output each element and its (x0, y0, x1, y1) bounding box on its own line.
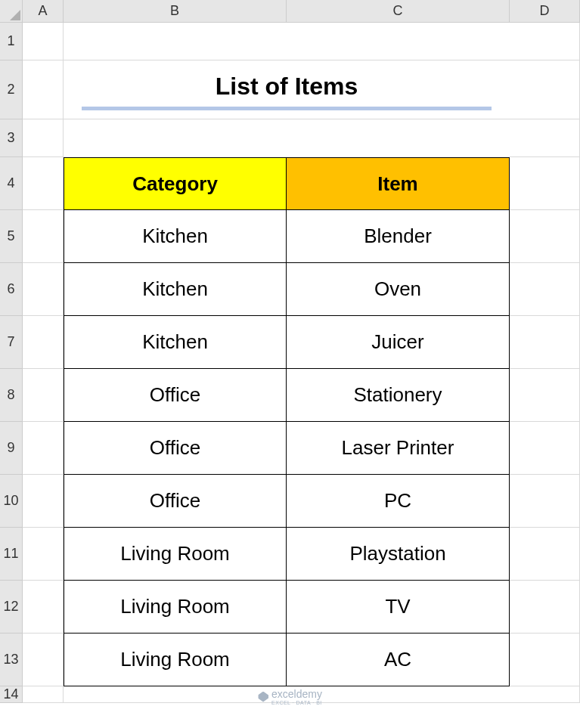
row-header-9[interactable]: 9 (0, 422, 23, 475)
cell-a10[interactable] (23, 475, 64, 528)
cell-d5[interactable] (510, 210, 580, 263)
cell-c13[interactable]: AC (287, 634, 510, 686)
cell-a12[interactable] (23, 581, 64, 634)
select-all-corner[interactable] (0, 0, 23, 23)
cell-a1[interactable] (23, 23, 64, 60)
cell-c3[interactable] (287, 119, 510, 157)
cell-b11[interactable]: Living Room (64, 528, 287, 581)
cell-d6[interactable] (510, 263, 580, 316)
row-header-1[interactable]: 1 (0, 23, 23, 60)
table-header-category[interactable]: Category (64, 157, 287, 210)
cell-c11[interactable]: Playstation (287, 528, 510, 581)
cell-c10[interactable]: PC (287, 475, 510, 528)
row-header-2[interactable]: 2 (0, 60, 23, 119)
cell-b5[interactable]: Kitchen (64, 210, 287, 263)
cell-d8[interactable] (510, 369, 580, 422)
cell-a6[interactable] (23, 263, 64, 316)
cell-d7[interactable] (510, 316, 580, 369)
cell-d12[interactable] (510, 581, 580, 634)
row-header-13[interactable]: 13 (0, 634, 23, 686)
cell-d9[interactable] (510, 422, 580, 475)
row-header-8[interactable]: 8 (0, 369, 23, 422)
cell-a7[interactable] (23, 316, 64, 369)
cell-a3[interactable] (23, 119, 64, 157)
row-header-11[interactable]: 11 (0, 528, 23, 581)
cell-d10[interactable] (510, 475, 580, 528)
col-header-b[interactable]: B (64, 0, 287, 23)
cell-d2[interactable] (510, 60, 580, 119)
row-header-10[interactable]: 10 (0, 475, 23, 528)
cell-a2[interactable] (23, 60, 64, 119)
cell-b13[interactable]: Living Room (64, 634, 287, 686)
cell-d4[interactable] (510, 157, 580, 210)
cell-a14[interactable] (23, 686, 64, 703)
cell-b8[interactable]: Office (64, 369, 287, 422)
table-header-item[interactable]: Item (287, 157, 510, 210)
cell-b1[interactable] (64, 23, 287, 60)
col-header-d[interactable]: D (510, 0, 580, 23)
cell-a9[interactable] (23, 422, 64, 475)
cell-a11[interactable] (23, 528, 64, 581)
title-underline (82, 107, 492, 110)
cell-c6[interactable]: Oven (287, 263, 510, 316)
cell-b9[interactable]: Office (64, 422, 287, 475)
cell-d11[interactable] (510, 528, 580, 581)
col-header-c[interactable]: C (287, 0, 510, 23)
cell-a4[interactable] (23, 157, 64, 210)
row-header-5[interactable]: 5 (0, 210, 23, 263)
row-header-3[interactable]: 3 (0, 119, 23, 157)
cell-b12[interactable]: Living Room (64, 581, 287, 634)
cell-d3[interactable] (510, 119, 580, 157)
row-header-12[interactable]: 12 (0, 581, 23, 634)
col-header-a[interactable]: A (23, 0, 64, 23)
cell-b10[interactable]: Office (64, 475, 287, 528)
row-header-4[interactable]: 4 (0, 157, 23, 210)
page-title: List of Items (216, 73, 358, 101)
cell-c12[interactable]: TV (287, 581, 510, 634)
cell-a5[interactable] (23, 210, 64, 263)
row-header-6[interactable]: 6 (0, 263, 23, 316)
row-header-7[interactable]: 7 (0, 316, 23, 369)
cell-b7[interactable]: Kitchen (64, 316, 287, 369)
cell-d13[interactable] (510, 634, 580, 686)
cell-c1[interactable] (287, 23, 510, 60)
cell-c7[interactable]: Juicer (287, 316, 510, 369)
cell-c8[interactable]: Stationery (287, 369, 510, 422)
title-cell[interactable]: List of Items (64, 60, 510, 119)
row-header-14[interactable]: 14 (0, 686, 23, 703)
cell-d1[interactable] (510, 23, 580, 60)
cell-c5[interactable]: Blender (287, 210, 510, 263)
cell-b6[interactable]: Kitchen (64, 263, 287, 316)
cell-d14[interactable] (510, 686, 580, 703)
cell-a8[interactable] (23, 369, 64, 422)
spreadsheet-grid: A B C D 1 2 List of Items 3 4 Category I… (0, 0, 580, 703)
cell-b14[interactable] (64, 686, 287, 703)
cell-c9[interactable]: Laser Printer (287, 422, 510, 475)
cell-c14[interactable] (287, 686, 510, 703)
cell-b3[interactable] (64, 119, 287, 157)
cell-a13[interactable] (23, 634, 64, 686)
